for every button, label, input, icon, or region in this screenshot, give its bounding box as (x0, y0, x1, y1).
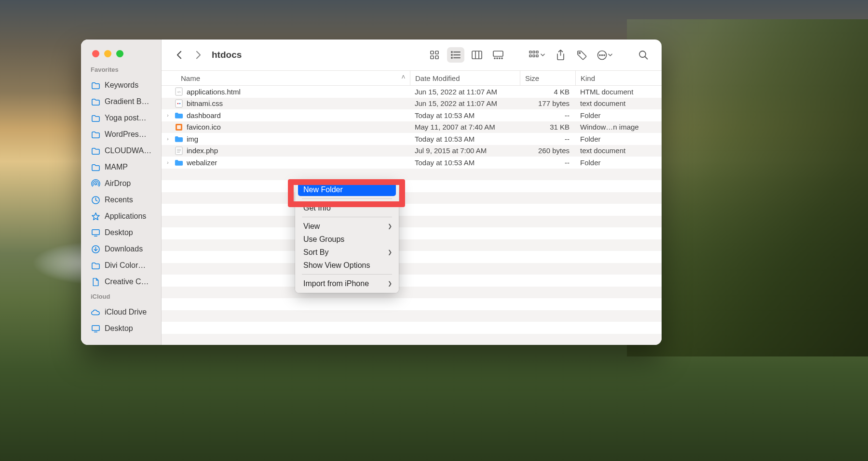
svg-rect-10 (435, 56, 438, 59)
view-list-button[interactable] (447, 47, 464, 63)
file-row[interactable]: favicon.icoMay 11, 2007 at 7:40 AM31 KBW… (162, 121, 662, 133)
menu-separator (302, 217, 392, 217)
menu-item-label: Get Info (303, 204, 331, 212)
sidebar-item[interactable]: Downloads (81, 241, 161, 257)
disclosure-triangle[interactable]: › (164, 113, 171, 118)
sidebar-item[interactable]: MAMP (81, 159, 161, 175)
share-button[interactable] (552, 47, 569, 63)
menu-item[interactable]: Sort By❯ (298, 246, 396, 259)
empty-row[interactable] (162, 192, 662, 204)
group-button[interactable] (526, 47, 548, 63)
sidebar-item[interactable]: Desktop (81, 224, 161, 241)
file-row[interactable]: index.phpJul 9, 2015 at 7:00 AM260 bytes… (162, 145, 662, 157)
empty-row[interactable] (162, 263, 662, 275)
file-date: May 11, 2007 at 7:40 AM (410, 123, 520, 131)
close-button[interactable] (92, 50, 99, 57)
desktop-icon (91, 324, 100, 333)
file-row[interactable]: ›dashboardToday at 10:53 AM--Folder (162, 109, 662, 121)
view-icons-button[interactable] (426, 47, 443, 63)
sidebar-item[interactable]: AirDrop (81, 175, 161, 192)
file-row[interactable]: ›imgToday at 10:53 AM--Folder (162, 133, 662, 145)
sidebar-item[interactable]: Keywords (81, 77, 161, 93)
svg-point-0 (95, 183, 96, 184)
file-list[interactable]: </>applications.htmlJun 15, 2022 at 11:0… (162, 86, 662, 345)
sidebar-item[interactable]: Divi Color… (81, 257, 161, 274)
disclosure-triangle[interactable]: › (164, 136, 171, 142)
folder-icon (91, 130, 100, 139)
menu-item[interactable]: Use Groups (298, 233, 396, 246)
file-kind: HTML document (575, 88, 662, 96)
disclosure-triangle[interactable]: › (164, 160, 171, 165)
sidebar: FavoritesKeywordsGradient B…Yoga post…Wo… (81, 40, 162, 345)
svg-rect-5 (92, 325, 99, 330)
view-columns-button[interactable] (468, 47, 486, 63)
file-row[interactable]: ›webalizerToday at 10:53 AM--Folder (162, 157, 662, 169)
empty-row[interactable] (162, 275, 662, 287)
empty-row[interactable] (162, 204, 662, 216)
empty-row[interactable] (162, 227, 662, 239)
folder-icon (91, 113, 100, 123)
view-gallery-button[interactable] (489, 47, 507, 63)
empty-row[interactable] (162, 322, 662, 334)
sidebar-item[interactable]: iCloud Drive (81, 304, 161, 320)
column-name[interactable]: Nameᐱ (162, 74, 410, 82)
sidebar-item[interactable]: WordPres… (81, 126, 161, 143)
menu-separator (302, 274, 392, 275)
file-date: Jun 15, 2022 at 11:07 AM (410, 99, 520, 107)
empty-row[interactable] (162, 334, 662, 345)
menu-item[interactable]: Import from iPhone❯ (298, 277, 396, 290)
empty-row[interactable] (162, 216, 662, 228)
menu-item-label: View (303, 222, 320, 231)
submenu-arrow-icon: ❯ (388, 223, 392, 229)
minimize-button[interactable] (104, 50, 111, 57)
maximize-button[interactable] (116, 50, 123, 57)
column-size[interactable]: Size (520, 71, 575, 85)
sidebar-item[interactable]: Creative C… (81, 274, 161, 290)
window-controls (81, 50, 161, 57)
column-date[interactable]: Date Modified (410, 71, 520, 85)
empty-row[interactable] (162, 180, 662, 192)
menu-item[interactable]: Get Info (298, 201, 396, 214)
sort-ascending-icon: ᐱ (402, 74, 405, 79)
file-size: 260 bytes (520, 146, 575, 155)
php-icon (174, 146, 184, 156)
folder-icon (91, 80, 100, 90)
menu-item[interactable]: Show View Options (298, 259, 396, 272)
search-button[interactable] (635, 47, 652, 63)
tags-button[interactable] (573, 47, 590, 63)
empty-row[interactable] (162, 287, 662, 299)
menu-item[interactable]: View❯ (298, 220, 396, 233)
sidebar-item[interactable]: Gradient B… (81, 93, 161, 110)
menu-item[interactable]: New Folder (298, 183, 396, 196)
folder-icon (174, 158, 184, 167)
file-size: 31 KB (520, 123, 575, 131)
column-kind[interactable]: Kind (575, 71, 662, 85)
empty-row[interactable] (162, 251, 662, 263)
folder-icon (91, 162, 100, 172)
sidebar-item[interactable]: Recents (81, 192, 161, 208)
svg-point-22 (497, 58, 498, 59)
empty-row[interactable] (162, 310, 662, 322)
sidebar-item[interactable]: CLOUDWA… (81, 143, 161, 159)
empty-row[interactable] (162, 169, 662, 181)
empty-row[interactable] (162, 298, 662, 310)
sidebar-item-label: Recents (105, 196, 133, 204)
file-row[interactable]: </>applications.htmlJun 15, 2022 at 11:0… (162, 86, 662, 98)
back-button[interactable] (171, 48, 187, 62)
action-button[interactable] (594, 47, 615, 63)
svg-rect-26 (533, 51, 535, 53)
svg-rect-25 (529, 51, 531, 53)
empty-row[interactable] (162, 239, 662, 251)
sidebar-item[interactable]: Applications (81, 208, 161, 224)
forward-button[interactable] (190, 48, 206, 62)
clock-icon (91, 195, 100, 205)
sidebar-item-label: Gradient B… (105, 97, 149, 106)
file-date: Jul 9, 2015 at 7:00 AM (410, 146, 520, 155)
svg-point-31 (579, 52, 580, 53)
sidebar-item[interactable]: Desktop (81, 320, 161, 337)
svg-rect-28 (529, 55, 531, 57)
file-row[interactable]: bitnami.cssJun 15, 2022 at 11:07 AM177 b… (162, 98, 662, 110)
file-name: index.php (187, 146, 218, 155)
context-menu: New FolderGet InfoView❯Use GroupsSort By… (295, 180, 399, 293)
sidebar-item[interactable]: Yoga post… (81, 110, 161, 126)
